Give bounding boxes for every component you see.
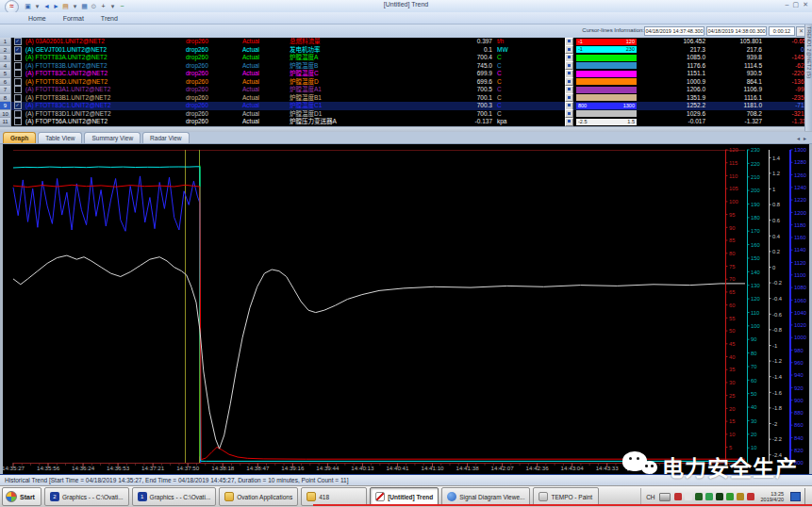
tray-icon-darkgreen[interactable] — [695, 493, 703, 500]
pressure-axis-label: 0.4 — [772, 234, 781, 239]
point-units: C — [492, 70, 527, 78]
scale-max-label: 1.5 — [627, 119, 635, 125]
table-row[interactable]: 8(A) FTOTT83B1.UNIT2@NET2drop260Actual炉膛… — [0, 94, 804, 103]
scale-checkbox-cell — [563, 70, 575, 78]
point-description: 炉膛温度D1 — [290, 110, 440, 119]
fuel-axis-label: 95 — [729, 212, 735, 218]
row-checkbox[interactable] — [14, 78, 22, 86]
tray-icon-shield[interactable] — [726, 493, 734, 500]
taskbar-button[interactable]: TEMPO - Paint — [533, 487, 599, 506]
row-checkbox[interactable] — [14, 110, 22, 118]
tray-icon-binocular[interactable] — [716, 493, 723, 500]
menu-tab-home[interactable]: Home — [28, 15, 46, 22]
trend-graph[interactable]: 14:35:2714:35:5614:36:2414:36:5314:37:21… — [3, 144, 809, 474]
row-checkbox[interactable]: ✓ — [14, 46, 22, 54]
point-name: (A) FTOTT83B1.UNIT2@NET2 — [24, 94, 186, 103]
show-desktop-button[interactable] — [804, 488, 810, 506]
tray-icon-record[interactable] — [747, 493, 754, 500]
watermark: 电力安全生产 — [621, 450, 798, 483]
taskbar-button[interactable]: [Untitled] Trend — [370, 487, 439, 506]
minimize-icon[interactable]: – — [786, 1, 789, 8]
power-axis-label: 220 — [751, 161, 760, 167]
table-row[interactable]: 7(A) FTOTT83A1.UNIT2@NET2drop260Actual炉膛… — [0, 86, 804, 94]
table-row[interactable]: 3(A) FTOTT83A.UNIT2@NET2drop260Actual炉膛温… — [0, 54, 804, 62]
cursor-duration-field[interactable]: 0:00:12 — [769, 26, 795, 36]
taskbar-button-label: Graphics - - C:\Ovati... — [62, 494, 124, 500]
tab-scroll-right-icon[interactable]: ▸ — [804, 135, 806, 141]
start-button[interactable]: Start — [2, 487, 41, 506]
view-tab-graph[interactable]: Graph — [3, 132, 36, 143]
point-value: 700.5 — [440, 86, 492, 94]
title-bar: ≈ ▣▾◄►▤▾▦⊙+▾~ [Untitled] Trend –▢✕ — [0, 0, 812, 13]
taskbar-clock[interactable]: 13:25 2019/4/20 — [758, 491, 787, 503]
tray-icon-flag[interactable] — [685, 493, 692, 500]
cursor-time-b-field[interactable]: 04/18/2019 14:38:00.300 — [706, 26, 767, 36]
point-mode: Actual — [242, 86, 290, 94]
x-axis-label: 14:37:50 — [176, 465, 200, 471]
table-row[interactable]: 10(A) FTOTT83D1.UNIT2@NET2drop260Actual炉… — [0, 110, 804, 119]
system-tray: CH 13:25 2019/4/20 — [640, 488, 810, 506]
menu-tab-trend[interactable]: Trend — [101, 15, 118, 22]
row-checkbox[interactable]: ✓ — [14, 102, 22, 109]
row-checkbox[interactable]: ✓ — [14, 38, 22, 45]
row-checkbox[interactable] — [14, 86, 22, 93]
delta-value: -0.651 — [762, 38, 804, 46]
temp-axis-label: 1220 — [794, 197, 806, 203]
docked-side-tab[interactable]: TREND1 2@NET2 (S) — [804, 25, 812, 131]
tray-icon-key[interactable] — [737, 493, 744, 500]
watermark-text: 电力安全生产 — [662, 450, 798, 482]
table-row[interactable]: 5(A) FTOTT83C.UNIT2@NET2drop260Actual炉膛温… — [0, 70, 804, 78]
scale-checkbox[interactable] — [565, 118, 573, 126]
point-drop: drop260 — [186, 118, 242, 126]
trend-line — [13, 167, 745, 462]
point-mode: Actual — [242, 102, 290, 110]
trend-plot[interactable]: 14:35:2714:35:5614:36:2414:36:5314:37:21… — [3, 144, 809, 474]
taskbar-button[interactable]: 1Graphics - - C:\Ovati... — [132, 487, 217, 506]
row-checkbox[interactable] — [14, 54, 22, 61]
row-number: 9 — [0, 102, 11, 110]
printer-icon[interactable] — [659, 493, 671, 501]
pressure-axis-label: 0.8 — [772, 202, 780, 207]
language-indicator[interactable]: CH — [646, 494, 655, 500]
close-icon[interactable]: ✕ — [803, 1, 808, 8]
fuel-axis-label: 30 — [729, 380, 735, 385]
scale-max-label: 230 — [626, 46, 635, 53]
point-value: 0.397 — [440, 38, 492, 46]
x-axis-label: 14:39:44 — [316, 465, 340, 471]
menu-tab-format[interactable]: Format — [63, 15, 84, 22]
view-tab-summary-view[interactable]: Summary View — [84, 132, 141, 143]
point-value: 700.1 — [440, 94, 492, 103]
cursor-time-a-field[interactable]: 04/18/2019 14:37:48.300 — [644, 26, 704, 36]
power-axis-label: 20 — [751, 432, 756, 437]
taskbar-button[interactable]: Signal Diagram Viewe... — [441, 487, 530, 506]
temp-axis-label: 1200 — [794, 210, 806, 216]
table-row[interactable]: 6(A) FTOTT83D.UNIT2@NET2drop260Actual炉膛温… — [0, 78, 804, 87]
row-checkbox[interactable] — [14, 62, 22, 70]
scale-bar-cell — [575, 78, 638, 87]
view-tab-table-view[interactable]: Table View — [38, 132, 82, 143]
delta-value: -71.2 — [762, 102, 804, 110]
row-checkbox[interactable] — [14, 70, 22, 77]
taskbar-button[interactable]: 2Graphics - - C:\Ovati... — [44, 487, 129, 506]
tab-scroll-left-icon[interactable]: ◂ — [797, 135, 800, 141]
window-title: [Untitled] Trend — [0, 1, 812, 8]
row-number: 11 — [0, 118, 11, 126]
table-row[interactable]: 9✓(A) FTOTT83C1.UNIT2@NET2drop260Actual炉… — [0, 102, 804, 110]
taskbar-button[interactable]: 418 — [301, 487, 367, 506]
network-icon[interactable] — [790, 492, 801, 501]
row-checkbox[interactable] — [14, 94, 22, 102]
table-row[interactable]: 1✓(A) 03A02601.UNIT2@NET2drop260Actual总燃… — [0, 38, 804, 46]
scale-checkbox-cell — [563, 54, 575, 62]
power-axis-label: 110 — [751, 310, 759, 316]
temp-axis-label: 980 — [794, 348, 804, 353]
tray-icon-green[interactable] — [705, 493, 713, 500]
table-row[interactable]: 4(A) FTOTT83B.UNIT2@NET2drop260Actual炉膛温… — [0, 62, 804, 71]
maximize-icon[interactable]: ▢ — [793, 1, 800, 8]
taskbar-button[interactable]: Ovation Applications — [219, 487, 298, 506]
scale-bar-cell: -2.51.5 — [575, 118, 638, 126]
table-row[interactable]: 11(A) FTOPT56A.UNIT2@NET2drop260Actual炉膛… — [0, 118, 804, 126]
tray-icon-red[interactable] — [674, 493, 682, 500]
row-checkbox[interactable] — [14, 118, 22, 125]
table-row[interactable]: 2✓(A) GEVJT001.UNIT2@NET2drop260Actual发电… — [0, 46, 804, 55]
view-tab-radar-view[interactable]: Radar View — [142, 132, 189, 143]
